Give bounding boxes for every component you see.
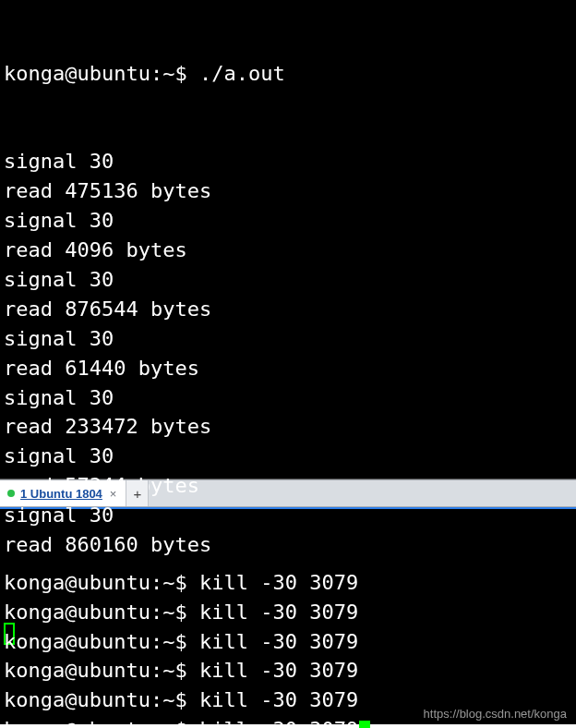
prompt-space [187,630,199,653]
prompt-space [187,659,199,682]
prompt-space [187,718,199,728]
prompt-symbol: $ [174,718,186,728]
prompt-host: ubuntu [77,688,150,711]
prompt-path: ~ [162,571,174,594]
prompt-at: @ [65,62,77,85]
prompt-space [187,688,199,711]
prompt-line: konga@ubuntu:~$ kill -30 3079 [4,686,572,715]
prompt-path: ~ [162,630,174,653]
prompt-space [187,62,199,85]
prompt-user: konga [4,630,65,653]
prompt-line: konga@ubuntu:~$ kill -30 3079 [4,627,572,657]
output-line: signal 30 [4,206,572,236]
prompt-host: ubuntu [77,718,150,728]
prompt-symbol: $ [174,659,186,682]
prompt-user: konga [4,601,65,624]
cursor-icon [359,721,370,728]
prompt-path: ~ [162,601,174,624]
plus-icon: + [134,486,142,502]
output-line: read 876544 bytes [4,295,572,324]
prompt-colon: : [150,62,162,85]
command-text: kill -30 3079 [199,659,358,682]
prompt-user: konga [4,659,65,682]
output-line: signal 30 [4,147,572,176]
prompt-space [187,571,199,594]
prompt-line: konga@ubuntu:~$ kill -30 3079 [4,568,572,598]
output-line: signal 30 [4,442,572,471]
command-text: ./a.out [199,62,285,85]
output-line: read 233472 bytes [4,412,572,442]
tab-bar: 1 Ubuntu 1804 × + [0,479,576,507]
prompt-space [187,601,199,624]
prompt-at: @ [65,601,77,624]
prompt-colon: : [150,571,162,594]
prompt-path: ~ [162,62,174,85]
command-text: kill -30 3079 [199,571,358,594]
prompt-line: konga@ubuntu:~$ kill -30 3079 [4,598,572,627]
output-line: signal 30 [4,324,572,354]
window: konga@ubuntu:~$ ./a.out signal 30read 47… [0,0,576,728]
prompt-path: ~ [162,688,174,711]
prompt-user: konga [4,688,65,711]
prompt-symbol: $ [174,688,186,711]
add-tab-button[interactable]: + [126,480,149,506]
terminal-pane-top[interactable]: konga@ubuntu:~$ ./a.out signal 30read 47… [0,0,576,479]
output-line: read 4096 bytes [4,236,572,265]
close-icon[interactable]: × [108,487,119,501]
prompt-host: ubuntu [77,571,150,594]
prompt-user: konga [4,62,65,85]
prompt-symbol: $ [174,62,186,85]
prompt-host: ubuntu [77,659,150,682]
prompt-line: konga@ubuntu:~$ kill -30 3079 [4,715,572,728]
prompt-path: ~ [162,659,174,682]
prompt-colon: : [150,659,162,682]
prompt-colon: : [150,601,162,624]
prompt-colon: : [150,718,162,728]
prompt-line: konga@ubuntu:~$ ./a.out [4,59,572,89]
prompt-symbol: $ [174,630,186,653]
prompt-at: @ [65,659,77,682]
prompt-at: @ [65,688,77,711]
output-line: signal 30 [4,383,572,413]
prompt-at: @ [65,718,77,728]
prompt-at: @ [65,630,77,653]
output-block: konga@ubuntu:~$ kill -30 3079konga@ubunt… [4,568,572,728]
prompt-user: konga [4,571,65,594]
output-line: signal 30 [4,265,572,295]
output-line: read 61440 bytes [4,354,572,383]
prompt-colon: : [150,688,162,711]
tab-label: 1 Ubuntu 1804 [20,487,102,501]
prompt-at: @ [65,571,77,594]
command-text: kill -30 3079 [199,601,358,624]
command-text: kill -30 3079 [199,688,358,711]
output-line: read 475136 bytes [4,176,572,206]
prompt-symbol: $ [174,571,186,594]
prompt-host: ubuntu [77,630,150,653]
prompt-colon: : [150,630,162,653]
prompt-path: ~ [162,718,174,728]
prompt-user: konga [4,718,65,728]
prompt-host: ubuntu [77,601,150,624]
prompt-host: ubuntu [77,62,150,85]
tab-ubuntu-1804[interactable]: 1 Ubuntu 1804 × [0,480,126,506]
command-text: kill -30 3079 [199,718,358,728]
prompt-line: konga@ubuntu:~$ kill -30 3079 [4,656,572,686]
prompt-symbol: $ [174,601,186,624]
command-text: kill -30 3079 [199,630,358,653]
status-dot-icon [7,490,15,497]
